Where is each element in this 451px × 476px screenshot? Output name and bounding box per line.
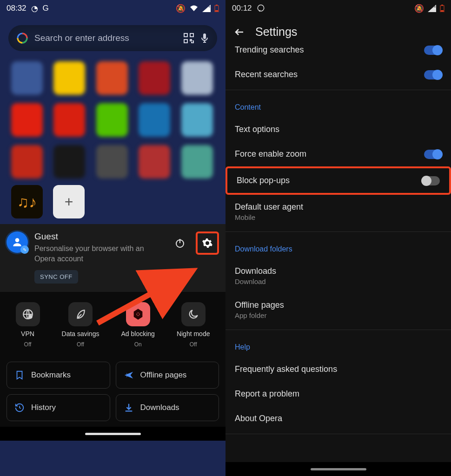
svg-rect-7 bbox=[184, 40, 187, 43]
quick-sub: On bbox=[134, 341, 142, 348]
bookmarks-button[interactable]: Bookmarks bbox=[7, 362, 110, 389]
row-recent-searches[interactable]: Recent searches bbox=[226, 62, 451, 87]
big-btn-label: History bbox=[31, 403, 56, 412]
row-default-user-agent[interactable]: Default user agentMobile bbox=[226, 195, 451, 229]
row-text-options[interactable]: Text options bbox=[226, 117, 451, 142]
speed-dial-tile[interactable] bbox=[96, 61, 128, 95]
speed-dial-tile[interactable] bbox=[11, 103, 43, 137]
speed-dial-extra-row: ♫♪ + bbox=[0, 185, 226, 224]
row-report-a-problem[interactable]: Report a problem bbox=[226, 382, 451, 406]
avatar[interactable]: ✎ bbox=[7, 231, 28, 253]
quick-night-mode[interactable]: Night modeOff bbox=[177, 302, 210, 348]
status-bar: 08:32 ◔ G 🔕 × bbox=[0, 0, 226, 17]
big-btn-label: Offline pages bbox=[140, 370, 187, 380]
android-navbar bbox=[0, 427, 226, 441]
google-logo-icon bbox=[17, 33, 28, 44]
svg-rect-3 bbox=[215, 10, 218, 12]
mic-icon[interactable] bbox=[200, 33, 209, 43]
exit-button[interactable] bbox=[171, 234, 189, 252]
settings-button[interactable] bbox=[196, 231, 219, 255]
row-offline-pages[interactable]: Offline pagesApp folder bbox=[226, 293, 451, 327]
status-time: 08:32 bbox=[7, 4, 27, 13]
history-button[interactable]: History bbox=[7, 394, 110, 421]
downloads-button[interactable]: Downloads bbox=[116, 394, 219, 421]
row-sub: Download bbox=[235, 278, 276, 285]
speed-dial-tile[interactable] bbox=[53, 103, 85, 137]
toggle[interactable] bbox=[422, 176, 440, 185]
row-sub: Mobile bbox=[235, 213, 303, 221]
speed-dial-tile[interactable] bbox=[53, 61, 85, 95]
battery-low-icon bbox=[440, 5, 444, 12]
whatsapp-icon bbox=[257, 4, 265, 13]
row-trending-searches[interactable]: Trending searches bbox=[226, 45, 451, 62]
chrome-icon: G bbox=[43, 4, 49, 13]
phone-left-opera-home: 08:32 ◔ G 🔕 × Search or enter address ♫♪… bbox=[0, 0, 226, 476]
back-icon[interactable] bbox=[234, 26, 245, 38]
moon-icon bbox=[181, 302, 206, 326]
quick-label: Data savings bbox=[62, 330, 99, 337]
svg-text:×: × bbox=[208, 5, 211, 9]
add-tile-button[interactable]: + bbox=[53, 185, 85, 218]
quick-vpn[interactable]: VPNOff bbox=[16, 302, 40, 348]
offline-pages-button[interactable]: Offline pages bbox=[116, 362, 219, 389]
profile-panel: ✎ Guest Personalise your browser with an… bbox=[0, 224, 226, 292]
row-label: Offline pages bbox=[235, 300, 284, 310]
leaf-icon bbox=[68, 302, 93, 326]
hex-icon bbox=[126, 302, 150, 326]
row-label: About Opera bbox=[235, 414, 282, 423]
row-downloads[interactable]: DownloadsDownload bbox=[226, 259, 451, 293]
section-heading: Help bbox=[226, 333, 451, 357]
row-label: Frequently asked questions bbox=[235, 364, 337, 374]
quick-row: VPNOffData savingsOffAd blockingOnNight … bbox=[0, 292, 226, 356]
speed-dial-tile[interactable] bbox=[139, 103, 170, 137]
quick-label: Night mode bbox=[177, 330, 210, 337]
svg-rect-6 bbox=[190, 33, 193, 37]
row-force-enable-zoom[interactable]: Force enable zoom bbox=[226, 142, 451, 166]
row-block-pop-ups[interactable]: Block pop-ups bbox=[226, 166, 451, 195]
quick-sub: Off bbox=[190, 341, 197, 348]
wifi-icon bbox=[189, 5, 199, 12]
speed-dial-tile[interactable] bbox=[181, 61, 213, 95]
speed-dial-tile[interactable] bbox=[11, 61, 43, 95]
section-heading: Download folders bbox=[226, 235, 451, 259]
row-frequently-asked-questions[interactable]: Frequently asked questions bbox=[226, 357, 451, 382]
music-tile[interactable]: ♫♪ bbox=[11, 185, 43, 218]
settings-title: Settings bbox=[255, 25, 297, 39]
quick-data-savings[interactable]: Data savingsOff bbox=[62, 302, 99, 348]
row-label: Force enable zoom bbox=[235, 149, 306, 159]
quick-ad-blocking[interactable]: Ad blockingOn bbox=[121, 302, 154, 348]
svg-point-13 bbox=[29, 315, 32, 318]
quick-sub: Off bbox=[24, 341, 32, 348]
row-label: Recent searches bbox=[235, 70, 298, 79]
android-navbar bbox=[226, 462, 451, 476]
speed-dial-tile[interactable] bbox=[139, 145, 170, 178]
speed-dial-tile[interactable] bbox=[181, 145, 213, 178]
toggle[interactable] bbox=[424, 70, 442, 79]
speed-dial-tile[interactable] bbox=[181, 103, 213, 137]
settings-header: Settings bbox=[226, 17, 451, 45]
svg-point-16 bbox=[258, 5, 264, 12]
signal-icon: × bbox=[202, 5, 211, 12]
toggle[interactable] bbox=[424, 150, 442, 159]
toggle[interactable] bbox=[424, 46, 442, 55]
qr-icon[interactable] bbox=[184, 33, 194, 43]
speed-dial-tile[interactable] bbox=[139, 61, 170, 95]
globe-icon bbox=[16, 302, 40, 326]
svg-rect-8 bbox=[203, 33, 206, 39]
status-bar: 00:12 🔕 × bbox=[226, 0, 451, 17]
speed-dial-tile[interactable] bbox=[96, 103, 128, 137]
row-label: Default user agent bbox=[235, 202, 303, 212]
profile-sub: Personalise your browser with an Opera a… bbox=[34, 244, 164, 264]
quick-sub: Off bbox=[77, 341, 84, 348]
speed-dial-tile[interactable] bbox=[53, 145, 85, 178]
sync-chip[interactable]: SYNC OFF bbox=[34, 270, 78, 284]
section-heading: Content bbox=[226, 93, 451, 117]
avatar-edit-icon: ✎ bbox=[20, 245, 29, 254]
speed-dial-tile[interactable] bbox=[96, 145, 128, 178]
signal-icon: × bbox=[428, 5, 436, 12]
row-label: Report a problem bbox=[235, 389, 299, 399]
search-bar[interactable]: Search or enter address bbox=[8, 25, 217, 51]
speed-dial-tile[interactable] bbox=[11, 145, 43, 178]
row-about-opera[interactable]: About Opera bbox=[226, 406, 451, 431]
svg-rect-5 bbox=[184, 33, 187, 37]
